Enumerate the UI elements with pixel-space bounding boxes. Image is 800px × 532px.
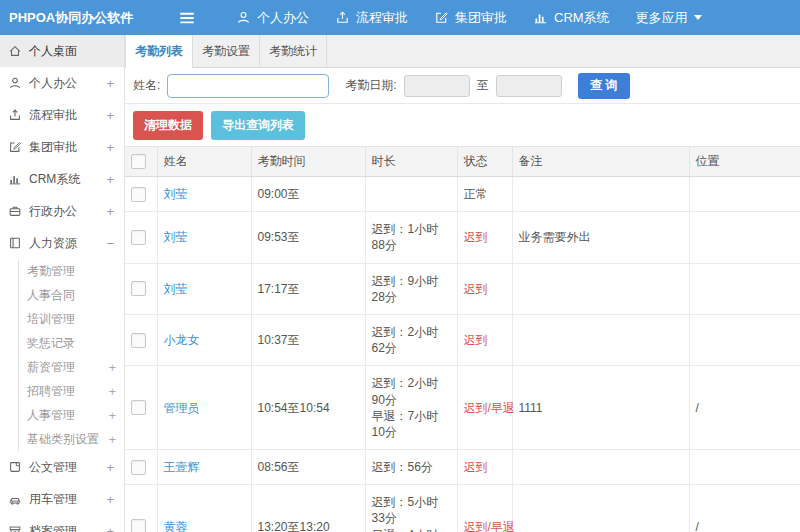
expand-plus-icon[interactable]: + (106, 172, 116, 187)
row-checkbox[interactable] (131, 281, 146, 296)
employee-name-link[interactable]: 管理员 (164, 401, 200, 415)
sidebar-item-personnel-contract[interactable]: 人事合同 (18, 283, 124, 307)
tab-attendance-settings[interactable]: 考勤设置 (193, 35, 260, 67)
expand-plus-icon[interactable]: + (108, 384, 116, 399)
sidebar-item-label: 人事管理 (19, 407, 108, 424)
expand-plus-icon[interactable]: + (106, 204, 116, 219)
sidebar-item-archive-management[interactable]: 档案管理+ (0, 515, 124, 532)
user-icon (8, 76, 22, 90)
sidebar-item-personal-office[interactable]: 个人办公+ (0, 67, 124, 99)
attendance-time-cell: 13:20至13:20 (251, 485, 365, 532)
clear-data-button[interactable]: 清理数据 (133, 111, 203, 140)
sidebar-item-admin-office[interactable]: 行政办公+ (0, 195, 124, 227)
expand-plus-icon[interactable]: + (106, 524, 116, 532)
sidebar-item-personal-desktop[interactable]: 个人桌面 (0, 35, 124, 67)
row-checkbox[interactable] (131, 187, 146, 202)
sidebar-item-recruitment-management[interactable]: 招聘管理+ (18, 379, 124, 403)
employee-name-link[interactable]: 刘莹 (164, 230, 188, 244)
sidebar-item-training-management[interactable]: 培训管理 (18, 307, 124, 331)
row-checkbox[interactable] (131, 519, 146, 532)
table-row: 刘莹09:00至正常 (125, 177, 800, 212)
nav-item-group-approval[interactable]: 集团审批 (434, 9, 507, 27)
location-cell: / (689, 366, 800, 450)
car-icon (8, 492, 22, 506)
top-navigation-bar: PHPOA协同办公软件 个人办公流程审批集团审批CRM系统更多应用 (0, 0, 800, 35)
employee-name-link[interactable]: 王壹辉 (164, 460, 200, 474)
tab-attendance-statistics[interactable]: 考勤统计 (260, 35, 327, 67)
row-checkbox[interactable] (131, 400, 146, 415)
query-button[interactable]: 查 询 (578, 73, 630, 99)
hamburger-menu-icon[interactable] (178, 9, 196, 27)
edit-icon (8, 140, 22, 154)
duration-cell: 迟到：2小时90分早退：7小时10分 (365, 366, 457, 450)
sidebar-item-salary-management[interactable]: 薪资管理+ (18, 355, 124, 379)
table-row: 黄蓉13:20至13:20迟到：5小时33分早退：4小时67分迟到/早退/ (125, 485, 800, 532)
sidebar-item-reward-punishment[interactable]: 奖惩记录 (18, 331, 124, 355)
duration-line: 迟到：2小时90分 (372, 375, 451, 407)
sidebar-item-attendance-management[interactable]: 考勤管理 (18, 259, 124, 283)
row-checkbox[interactable] (131, 230, 146, 245)
nav-item-label: CRM系统 (554, 9, 610, 27)
duration-line: 早退：4小时67分 (372, 527, 451, 532)
duration-line: 早退：7小时10分 (372, 408, 451, 440)
checkbox-cell (125, 177, 157, 212)
sidebar-item-label: 个人办公 (29, 75, 106, 92)
chart-icon (533, 10, 548, 25)
sidebar-item-crm-system[interactable]: CRM系统+ (0, 163, 124, 195)
duration-line: 迟到：2小时62分 (372, 324, 451, 356)
duration-cell: 迟到：2小时62分 (365, 314, 457, 365)
expand-plus-icon[interactable]: + (106, 460, 116, 475)
note-cell: 1111 (512, 366, 689, 450)
status-cell: 正常 (457, 177, 512, 212)
collapse-minus-icon[interactable]: − (106, 236, 116, 251)
home-icon (8, 44, 22, 58)
app-logo: PHPOA协同办公软件 (0, 9, 134, 27)
sidebar-item-basic-category-settings[interactable]: 基础类别设置+ (18, 427, 124, 451)
search-form: 姓名: 考勤日期: 至 查 询 (125, 68, 800, 104)
duration-cell: 迟到：5小时33分早退：4小时67分 (365, 485, 457, 532)
sidebar-item-vehicle-management[interactable]: 用车管理+ (0, 483, 124, 515)
expand-plus-icon[interactable]: + (106, 108, 116, 123)
expand-plus-icon[interactable]: + (106, 140, 116, 155)
sidebar-item-group-approval[interactable]: 集团审批+ (0, 131, 124, 163)
attendance-time-cell: 09:00至 (251, 177, 365, 212)
select-all-checkbox[interactable] (131, 154, 146, 169)
expand-plus-icon[interactable]: + (108, 432, 116, 447)
expand-plus-icon[interactable]: + (106, 492, 116, 507)
expand-plus-icon[interactable]: + (108, 408, 116, 423)
column-header: 姓名 (157, 147, 251, 177)
expand-plus-icon[interactable]: + (108, 360, 116, 375)
sidebar-item-label: 公文管理 (29, 459, 106, 476)
checkbox-cell (125, 263, 157, 314)
location-cell (689, 314, 800, 365)
row-checkbox[interactable] (131, 460, 146, 475)
nav-item-personal-office[interactable]: 个人办公 (236, 9, 309, 27)
date-from-input[interactable] (404, 75, 470, 97)
column-header: 考勤时间 (251, 147, 365, 177)
tab-attendance-list[interactable]: 考勤列表 (125, 35, 193, 68)
sidebar-item-personnel-management[interactable]: 人事管理+ (18, 403, 124, 427)
status-badge: 迟到 (464, 460, 488, 474)
sidebar-item-label: 人力资源 (29, 235, 106, 252)
table-row: 管理员10:54至10:54迟到：2小时90分早退：7小时10分迟到/早退111… (125, 366, 800, 450)
employee-name-link[interactable]: 刘莹 (164, 282, 188, 296)
date-to-input[interactable] (496, 75, 562, 97)
name-input[interactable] (167, 74, 329, 98)
sidebar-item-human-resources[interactable]: 人力资源− (0, 227, 124, 259)
expand-plus-icon[interactable]: + (106, 76, 116, 91)
employee-name-link[interactable]: 黄蓉 (164, 520, 188, 532)
select-all-header-cell (125, 147, 157, 177)
row-checkbox[interactable] (131, 333, 146, 348)
nav-item-more-apps[interactable]: 更多应用 (636, 9, 702, 27)
sidebar-item-document-management[interactable]: 公文管理+ (0, 451, 124, 483)
export-list-button[interactable]: 导出查询列表 (211, 111, 305, 140)
nav-item-workflow-approval[interactable]: 流程审批 (335, 9, 408, 27)
status-cell: 迟到 (457, 263, 512, 314)
table-row: 小龙女10:37至迟到：2小时62分迟到 (125, 314, 800, 365)
duration-line: 迟到：56分 (372, 459, 451, 475)
employee-name-link[interactable]: 小龙女 (164, 333, 200, 347)
attendance-time-cell: 08:56至 (251, 450, 365, 485)
nav-item-crm-system[interactable]: CRM系统 (533, 9, 610, 27)
employee-name-link[interactable]: 刘莹 (164, 187, 188, 201)
sidebar-item-workflow-approval[interactable]: 流程审批+ (0, 99, 124, 131)
